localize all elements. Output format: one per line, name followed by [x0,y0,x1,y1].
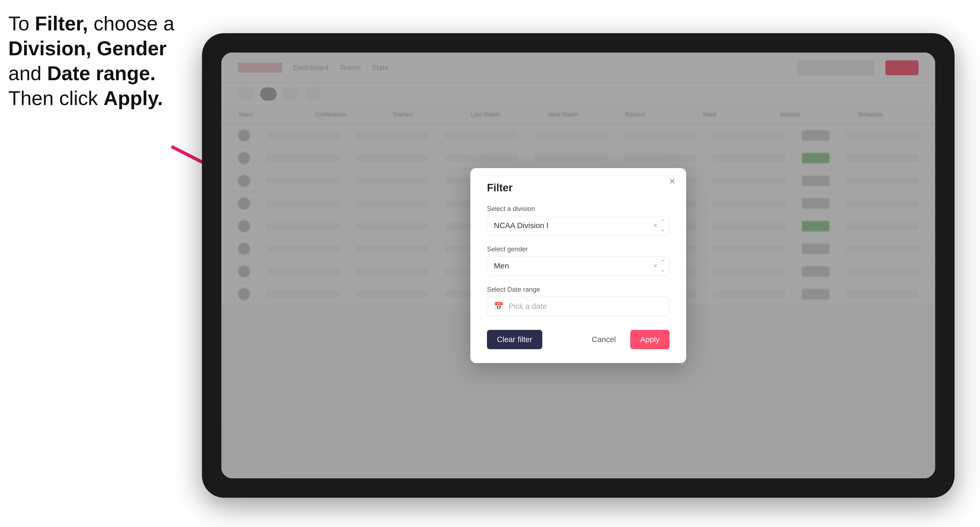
division-field-group: Select a division NCAA Division I NCAA D… [487,205,670,235]
division-select-wrapper: NCAA Division I NCAA Division II NCAA Di… [487,216,670,235]
division-select[interactable]: NCAA Division I NCAA Division II NCAA Di… [487,216,670,235]
calendar-icon: 📅 [494,302,504,311]
bold-division-gender: Division, Gender [8,37,167,59]
gender-select[interactable]: Men Women Mixed [487,256,670,276]
modal-close-button[interactable]: × [669,176,675,186]
gender-label: Select gender [487,245,670,253]
gender-field-group: Select gender Men Women Mixed × ⌃⌄ [487,245,670,276]
cancel-button[interactable]: Cancel [582,330,626,349]
instruction-and: and Date range. [8,62,156,84]
gender-clear-icon[interactable]: × [653,262,657,270]
modal-title: Filter [487,182,670,194]
bold-date-range: Date range. [47,62,156,84]
clear-filter-button[interactable]: Clear filter [487,330,542,349]
division-label: Select a division [487,205,670,213]
instruction-text: To Filter, choose a Division, Gender and… [8,11,174,111]
gender-arrow-icon: ⌃⌄ [660,259,665,273]
filter-modal: × Filter Select a division NCAA Division… [470,168,686,363]
apply-button[interactable]: Apply [630,330,670,349]
date-placeholder: Pick a date [509,302,547,311]
date-label: Select Date range [487,286,670,294]
division-clear-icon[interactable]: × [653,221,657,230]
date-range-input[interactable]: 📅 Pick a date [487,297,670,316]
modal-footer: Clear filter Cancel Apply [487,330,670,349]
division-select-icons: × ⌃⌄ [653,218,665,233]
instruction-line1: To Filter, choose a [8,13,174,35]
date-field-group: Select Date range 📅 Pick a date [487,286,670,316]
tablet-screen: Dashboard Teams Stats Team Conference [221,52,935,478]
gender-select-wrapper: Men Women Mixed × ⌃⌄ [487,256,670,276]
gender-select-icons: × ⌃⌄ [653,259,665,273]
division-arrow-icon: ⌃⌄ [660,218,665,233]
bold-filter: Filter, [35,13,88,35]
modal-overlay: × Filter Select a division NCAA Division… [221,52,935,478]
instruction-then: Then click Apply. [8,87,163,109]
tablet-frame: Dashboard Teams Stats Team Conference [202,33,955,498]
bold-apply: Apply. [103,87,163,109]
